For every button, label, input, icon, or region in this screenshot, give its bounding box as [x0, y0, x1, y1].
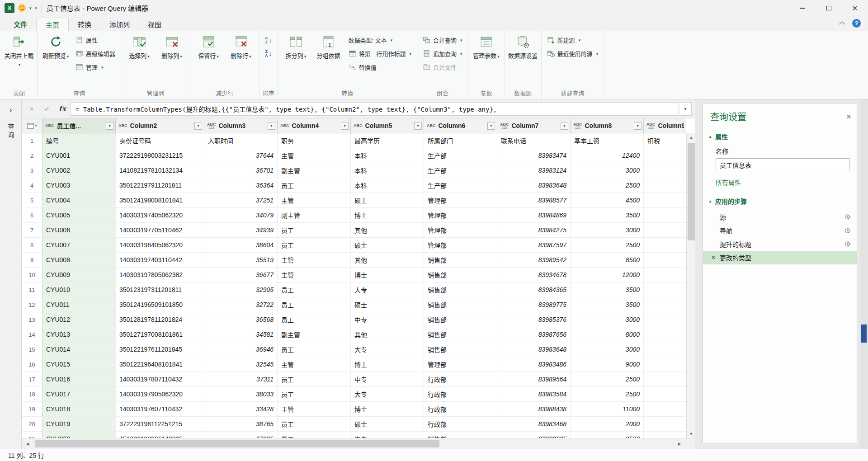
column-type-icon[interactable]: ABC — [280, 124, 289, 128]
cell-r5-c7[interactable]: 83988577 — [497, 193, 571, 208]
cell-r12-c6[interactable]: 销售部 — [424, 297, 497, 312]
cell-r10-c4[interactable]: 主管 — [278, 268, 351, 282]
column-type-icon[interactable]: ABC123 — [646, 122, 656, 129]
cell-r14-c2[interactable]: 350127197008101861 — [116, 327, 204, 342]
horizontal-scroll-thumb[interactable] — [35, 440, 439, 447]
cell-r18-c2[interactable]: 140303197905062320 — [116, 387, 204, 402]
cell-r4-c5[interactable]: 本科 — [351, 178, 424, 193]
cell-r5-c9[interactable] — [644, 193, 686, 208]
cell-r6-c1[interactable]: CYU005 — [42, 208, 116, 223]
expand-formula-bar-button[interactable]: ▾ — [679, 102, 692, 116]
step-settings-gear-icon[interactable] — [844, 240, 851, 248]
cell-r1-c3[interactable]: 入职时间 — [204, 133, 278, 148]
close-and-load-button[interactable]: 关闭并上载▾ — [3, 32, 35, 69]
cell-r10-c2[interactable]: 140303197805062382 — [116, 268, 204, 282]
column-type-icon[interactable]: ABC — [354, 124, 363, 128]
cell-r11-c9[interactable] — [644, 282, 686, 297]
cell-r7-c7[interactable]: 83984275 — [497, 223, 571, 238]
cell-r12-c2[interactable]: 350124196509101850 — [116, 297, 204, 312]
cell-r19-c1[interactable]: CYU018 — [42, 402, 116, 417]
cell-r15-c7[interactable]: 83983648 — [497, 342, 571, 357]
cell-r16-c7[interactable]: 83983486 — [497, 357, 571, 372]
cell-r6-c8[interactable]: 3500 — [571, 208, 644, 223]
cell-r3-c8[interactable]: 3000 — [571, 163, 644, 178]
cell-r4-c3[interactable]: 36364 — [204, 178, 278, 193]
cell-r14-c1[interactable]: CYU013 — [42, 327, 116, 342]
cell-r11-c7[interactable]: 83984365 — [497, 282, 571, 297]
column-filter-button[interactable]: ▾ — [341, 122, 349, 130]
cell-r2-c6[interactable]: 生产部 — [424, 148, 497, 163]
cell-r11-c8[interactable]: 3500 — [571, 282, 644, 297]
cell-r10-c1[interactable]: CYU009 — [42, 268, 116, 282]
applied-step-1[interactable]: 源 — [703, 210, 857, 224]
data-source-settings-button[interactable]: 数据源设置 — [507, 32, 539, 61]
cell-r16-c1[interactable]: CYU015 — [42, 357, 116, 372]
row-number-10[interactable]: 10 — [22, 268, 42, 282]
cell-r20-c7[interactable]: 83983468 — [497, 417, 571, 432]
expand-queries-pane-button[interactable]: › — [4, 103, 18, 116]
column-header-5[interactable]: ABCColumn5▾ — [351, 118, 424, 133]
cell-r13-c4[interactable]: 员工 — [278, 312, 351, 327]
delete-step-icon[interactable]: × — [710, 254, 717, 261]
cell-r5-c6[interactable]: 管理部 — [424, 193, 497, 208]
cell-r19-c2[interactable]: 140303197607110432 — [116, 402, 204, 417]
cell-r6-c9[interactable] — [644, 208, 686, 223]
cell-r21-c1[interactable]: CYU020 — [42, 432, 116, 438]
cell-r15-c3[interactable]: 36946 — [204, 342, 278, 357]
row-number-7[interactable]: 7 — [22, 223, 42, 238]
cell-r9-c2[interactable]: 140303197403110442 — [116, 253, 204, 268]
help-icon[interactable]: ? — [852, 19, 861, 28]
column-header-3[interactable]: ABC123Column3▾ — [204, 118, 278, 133]
smiley-icon[interactable] — [18, 4, 26, 12]
applied-step-2[interactable]: 导航 — [703, 224, 857, 237]
cell-r3-c3[interactable]: 36701 — [204, 163, 278, 178]
vertical-scrollbar[interactable]: ▲ ▼ — [686, 133, 695, 438]
cell-r2-c9[interactable] — [644, 148, 686, 163]
cell-r7-c8[interactable]: 3000 — [571, 223, 644, 238]
cell-r12-c9[interactable] — [644, 297, 686, 312]
row-number-20[interactable]: 20 — [22, 417, 42, 432]
collapse-ribbon-icon[interactable] — [839, 21, 845, 27]
cell-r9-c5[interactable]: 其他 — [351, 253, 424, 268]
cell-r15-c5[interactable]: 大专 — [351, 342, 424, 357]
applied-step-3[interactable]: 提升的标题 — [703, 237, 857, 251]
cell-r7-c2[interactable]: 140303197705110462 — [116, 223, 204, 238]
cell-r13-c3[interactable]: 36568 — [204, 312, 278, 327]
cell-r8-c4[interactable]: 员工 — [278, 238, 351, 253]
cell-r11-c5[interactable]: 大专 — [351, 282, 424, 297]
cell-r4-c4[interactable]: 员工 — [278, 178, 351, 193]
cell-r14-c9[interactable] — [644, 327, 686, 342]
column-type-icon[interactable]: ABC123 — [573, 122, 582, 129]
column-filter-button[interactable]: ▾ — [414, 122, 422, 130]
cell-r11-c3[interactable]: 32905 — [204, 282, 278, 297]
tab-add-column[interactable]: 添加列 — [100, 18, 139, 31]
cell-r11-c2[interactable]: 350123197311201811 — [116, 282, 204, 297]
cell-r18-c4[interactable]: 员工 — [278, 387, 351, 402]
row-number-6[interactable]: 6 — [22, 208, 42, 223]
tab-file[interactable]: 文件 — [5, 18, 36, 31]
cell-r9-c9[interactable] — [644, 253, 686, 268]
cell-r21-c8[interactable]: 3500 — [571, 432, 644, 438]
cell-r17-c1[interactable]: CYU016 — [42, 372, 116, 387]
cell-r2-c5[interactable]: 本科 — [351, 148, 424, 163]
cell-r7-c9[interactable] — [644, 223, 686, 238]
minimize-button[interactable] — [789, 0, 816, 16]
cancel-formula-button[interactable]: × — [24, 103, 39, 115]
column-type-icon[interactable]: ABC123 — [500, 122, 509, 129]
cell-r3-c2[interactable]: 141082197810132134 — [116, 163, 204, 178]
cell-r14-c5[interactable]: 其他 — [351, 327, 424, 342]
cell-r11-c4[interactable]: 员工 — [278, 282, 351, 297]
cell-r17-c4[interactable]: 员工 — [278, 372, 351, 387]
sort-descending-button[interactable]: ZA↓ — [262, 47, 275, 60]
cell-r3-c1[interactable]: CYU002 — [42, 163, 116, 178]
cell-r10-c3[interactable]: 36677 — [204, 268, 278, 282]
cell-r16-c3[interactable]: 32545 — [204, 357, 278, 372]
advanced-editor-button[interactable]: 高级编辑器 — [72, 47, 118, 60]
cell-r6-c3[interactable]: 34079 — [204, 208, 278, 223]
tab-transform[interactable]: 转换 — [69, 18, 100, 31]
cell-r3-c9[interactable] — [644, 163, 686, 178]
cell-r21-c2[interactable]: 451230198306143225 — [116, 432, 204, 438]
keep-rows-button[interactable]: 保留行▾ — [193, 32, 224, 61]
cell-r21-c3[interactable]: 37005 — [204, 432, 278, 438]
cell-r12-c4[interactable]: 员工 — [278, 297, 351, 312]
